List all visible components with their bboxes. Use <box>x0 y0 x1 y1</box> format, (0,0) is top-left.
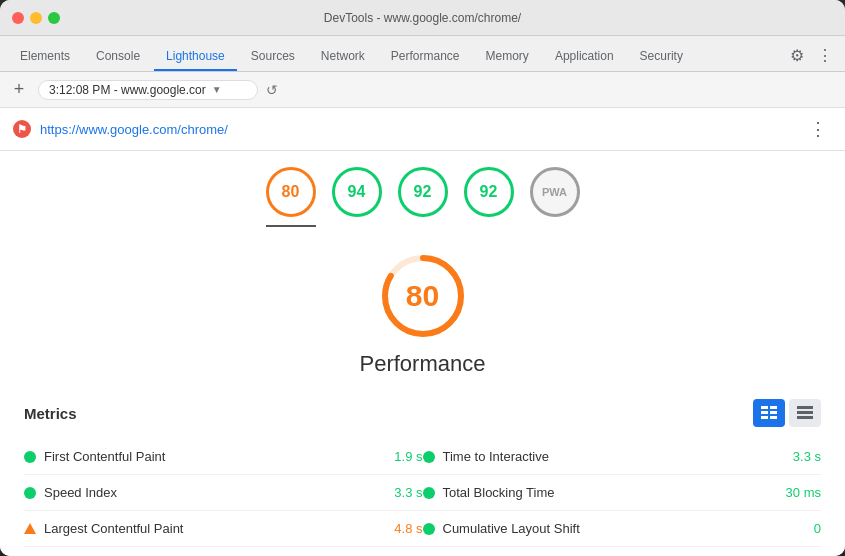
tab-sources[interactable]: Sources <box>239 43 307 71</box>
tab-security[interactable]: Security <box>628 43 695 71</box>
title-bar: DevTools - www.google.com/chrome/ <box>0 0 845 36</box>
metric-dot-tti <box>423 451 435 463</box>
metric-triangle-lcp <box>24 523 36 534</box>
grid-view-button[interactable] <box>753 399 785 427</box>
svg-rect-6 <box>761 411 768 414</box>
address-bar: + 3:12:08 PM - www.google.cor ▼ ↺ <box>0 72 845 108</box>
url-row: ⚑ https://www.google.com/chrome/ ⋮ <box>0 108 845 151</box>
svg-rect-4 <box>761 406 768 409</box>
window-title: DevTools - www.google.com/chrome/ <box>324 11 521 25</box>
metric-dot-cls <box>423 523 435 535</box>
address-input-wrap[interactable]: 3:12:08 PM - www.google.cor ▼ <box>38 80 258 100</box>
url-display: https://www.google.com/chrome/ <box>40 122 795 137</box>
metric-dot-tbt <box>423 487 435 499</box>
metric-value-fcp: 1.9 s <box>394 449 422 464</box>
metric-value-si: 3.3 s <box>394 485 422 500</box>
metric-value-cls: 0 <box>814 521 821 536</box>
traffic-lights <box>12 12 60 24</box>
metric-fcp: First Contentful Paint 1.9 s <box>24 439 423 475</box>
metrics-grid: First Contentful Paint 1.9 s Time to Int… <box>24 439 821 547</box>
tab-performance[interactable]: Performance <box>379 43 472 71</box>
more-icon[interactable]: ⋮ <box>813 43 837 67</box>
metric-value-tti: 3.3 s <box>793 449 821 464</box>
svg-rect-11 <box>797 411 813 414</box>
main-score-number: 80 <box>406 279 439 313</box>
metric-name-tti: Time to Interactive <box>443 449 785 464</box>
metric-tbt: Total Blocking Time 30 ms <box>423 475 822 511</box>
score-circle-best-practices: 92 <box>398 167 448 217</box>
svg-rect-8 <box>761 416 768 419</box>
metric-tti: Time to Interactive 3.3 s <box>423 439 822 475</box>
main-score-label: Performance <box>360 351 486 377</box>
metric-dot-fcp <box>24 451 36 463</box>
tab-application[interactable]: Application <box>543 43 626 71</box>
score-tab-performance[interactable]: 80 <box>266 167 316 227</box>
tab-memory[interactable]: Memory <box>474 43 541 71</box>
score-circle-seo: 92 <box>464 167 514 217</box>
score-circle-accessibility: 94 <box>332 167 382 217</box>
metric-value-tbt: 30 ms <box>786 485 821 500</box>
metric-name-si: Speed Index <box>44 485 386 500</box>
score-circle-pwa: PWA <box>530 167 580 217</box>
svg-rect-12 <box>797 416 813 419</box>
view-toggle <box>753 399 821 427</box>
metric-name-cls: Cumulative Layout Shift <box>443 521 806 536</box>
svg-rect-10 <box>797 406 813 409</box>
refresh-icon[interactable]: ↺ <box>266 82 278 98</box>
metric-value-lcp: 4.8 s <box>394 521 422 536</box>
metric-si: Speed Index 3.3 s <box>24 475 423 511</box>
metric-name-tbt: Total Blocking Time <box>443 485 778 500</box>
tab-network[interactable]: Network <box>309 43 377 71</box>
score-tab-pwa[interactable]: PWA <box>530 167 580 227</box>
score-tab-seo[interactable]: 92 <box>464 167 514 227</box>
minimize-button[interactable] <box>30 12 42 24</box>
score-tab-best-practices[interactable]: 92 <box>398 167 448 227</box>
score-tab-accessibility[interactable]: 94 <box>332 167 382 227</box>
tab-console[interactable]: Console <box>84 43 152 71</box>
main-score-area: 80 Performance <box>0 231 845 387</box>
tab-extras: ⚙ ⋮ <box>785 43 837 71</box>
svg-rect-7 <box>770 411 777 414</box>
metric-lcp: Largest Contentful Paint 4.8 s <box>24 511 423 547</box>
address-text: 3:12:08 PM - www.google.cor <box>49 83 206 97</box>
tab-lighthouse[interactable]: Lighthouse <box>154 43 237 71</box>
metric-name-lcp: Largest Contentful Paint <box>44 521 386 536</box>
metric-name-fcp: First Contentful Paint <box>44 449 386 464</box>
metric-dot-si <box>24 487 36 499</box>
tab-elements[interactable]: Elements <box>8 43 82 71</box>
address-chevron: ▼ <box>212 84 222 95</box>
footer-note: Values are estimated and may vary. The p… <box>0 547 845 556</box>
svg-text:⚑: ⚑ <box>17 123 27 135</box>
score-tabs: 80 94 92 92 PWA <box>0 151 845 231</box>
metrics-section: Metrics <box>0 387 845 547</box>
browser-window: DevTools - www.google.com/chrome/ Elemen… <box>0 0 845 556</box>
maximize-button[interactable] <box>48 12 60 24</box>
list-view-button[interactable] <box>789 399 821 427</box>
tab-bar: Elements Console Lighthouse Sources Netw… <box>0 36 845 72</box>
lighthouse-logo-icon: ⚑ <box>12 119 32 139</box>
score-circle-performance: 80 <box>266 167 316 217</box>
svg-rect-9 <box>770 416 777 419</box>
lighthouse-panel: ⚑ https://www.google.com/chrome/ ⋮ 80 94… <box>0 108 845 556</box>
metric-cls: Cumulative Layout Shift 0 <box>423 511 822 547</box>
metrics-header: Metrics <box>24 399 821 427</box>
svg-rect-5 <box>770 406 777 409</box>
close-button[interactable] <box>12 12 24 24</box>
url-menu-icon[interactable]: ⋮ <box>803 116 833 142</box>
new-tab-button[interactable]: + <box>8 79 30 101</box>
metrics-title: Metrics <box>24 405 77 422</box>
settings-icon[interactable]: ⚙ <box>785 43 809 67</box>
main-score-circle: 80 <box>378 251 468 341</box>
